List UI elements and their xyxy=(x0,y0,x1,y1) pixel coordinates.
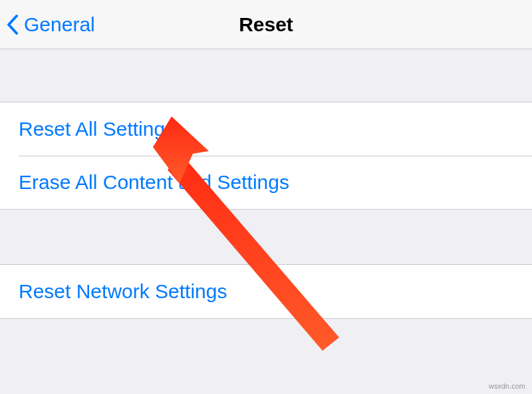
watermark: wsxdn.com xyxy=(489,382,525,390)
back-label: General xyxy=(24,13,95,36)
page-title: Reset xyxy=(239,13,293,36)
erase-all-content-row[interactable]: Erase All Content and Settings xyxy=(0,156,532,209)
settings-group: Reset All Settings Erase All Content and… xyxy=(0,102,532,210)
nav-bar: General Reset xyxy=(0,0,532,49)
settings-group: Reset Network Settings xyxy=(0,264,532,319)
reset-network-settings-row[interactable]: Reset Network Settings xyxy=(0,265,532,318)
row-label: Erase All Content and Settings xyxy=(19,171,289,194)
row-label: Reset Network Settings xyxy=(19,280,227,303)
back-button[interactable]: General xyxy=(0,13,95,36)
row-label: Reset All Settings xyxy=(19,118,175,140)
reset-all-settings-row[interactable]: Reset All Settings xyxy=(0,102,532,156)
chevron-left-icon xyxy=(7,15,19,35)
